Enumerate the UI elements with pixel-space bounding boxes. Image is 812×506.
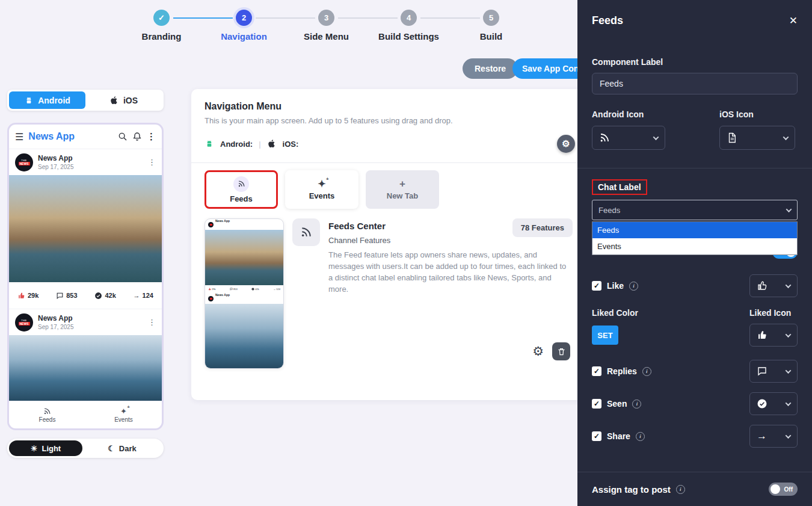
chevron-down-icon	[786, 282, 792, 288]
hamburger-menu-icon[interactable]: ☰	[15, 131, 23, 143]
assign-tag-toggle[interactable]: Off	[769, 483, 798, 496]
step-number: 5	[483, 10, 499, 26]
step-label: Build Settings	[378, 31, 439, 42]
check-icon: ✓	[594, 282, 600, 290]
chat-label-heading: Chat Label	[592, 179, 647, 195]
light-theme-button[interactable]: ☀ Light	[9, 440, 82, 456]
ios-toggle-label: iOS	[123, 96, 138, 105]
comment-icon	[757, 366, 767, 377]
search-icon[interactable]	[118, 132, 128, 141]
sparkle-icon: ✦+	[120, 407, 127, 415]
apple-icon	[109, 96, 119, 105]
phone-tab-feeds[interactable]: Feeds	[9, 401, 85, 428]
post-date: Sep 17, 2025	[38, 324, 74, 330]
post-kebab-icon[interactable]: ⋮	[148, 158, 156, 167]
mini-post-header: News App Sep 17, 2025	[205, 219, 283, 230]
post-header: THE NEWS News App Sep 17, 2025 ⋮	[9, 149, 162, 175]
feature-settings-button[interactable]: ⚙	[532, 344, 544, 359]
info-icon[interactable]: i	[636, 432, 645, 441]
step-branding[interactable]: ✓ Branding	[120, 7, 203, 42]
replies-checkbox[interactable]: ✓	[592, 366, 601, 376]
tab-new-tab[interactable]: + New Tab	[366, 170, 439, 209]
features-count-badge: 78 Features	[512, 218, 573, 237]
restore-button[interactable]: Restore	[463, 58, 518, 79]
chat-label-select[interactable]: Feeds	[592, 200, 798, 220]
kebab-menu-icon[interactable]: ⋮	[147, 131, 156, 142]
chevron-down-icon	[783, 134, 789, 140]
post-kebab-icon[interactable]: ⋮	[148, 318, 156, 327]
step-build[interactable]: 5 Build	[450, 7, 532, 42]
android-toggle-label: Android	[38, 96, 70, 105]
seen-count[interactable]: 42k	[94, 292, 115, 300]
trash-icon	[557, 347, 566, 356]
component-label-input[interactable]	[592, 73, 798, 94]
ios-toggle-button[interactable]: iOS	[85, 96, 162, 105]
mini-post-header: News App Sep 17, 2025	[205, 293, 283, 304]
app-builder-screen: ✓ Branding 2 Navigation 3 Side Menu 4 Bu…	[0, 0, 812, 506]
gear-icon: ⚙	[562, 138, 570, 149]
close-icon[interactable]: ✕	[789, 14, 798, 27]
mini-post-image-venice	[205, 230, 283, 285]
step-number: 3	[318, 10, 334, 26]
panel-header: Feeds ✕	[577, 0, 812, 27]
share-checkbox[interactable]: ✓	[592, 431, 601, 441]
mini-post-author: News App	[215, 293, 230, 297]
feature-delete-button[interactable]	[552, 342, 570, 360]
share-icon-dropdown[interactable]: →	[749, 425, 798, 448]
android-label: Android:	[220, 140, 253, 149]
like-count[interactable]: 29k	[17, 292, 38, 300]
toggle-off-label: Off	[784, 486, 793, 493]
divider: |	[259, 140, 260, 149]
step-side-menu[interactable]: 3 Side Menu	[285, 7, 368, 42]
sparkle-icon: ✦+	[318, 179, 325, 189]
android-toggle-button[interactable]: Android	[9, 91, 85, 109]
seen-count-value: 42k	[105, 292, 115, 299]
info-icon[interactable]: i	[629, 282, 638, 291]
info-icon[interactable]: i	[676, 485, 685, 494]
post-author: News App	[38, 314, 74, 324]
like-icon-dropdown[interactable]	[749, 274, 798, 297]
info-icon[interactable]: i	[632, 400, 641, 409]
check-icon: ✓	[594, 367, 600, 375]
document-icon	[727, 132, 737, 143]
thumb-up-icon	[17, 292, 25, 300]
seen-check-icon	[757, 398, 767, 409]
liked-icon-dropdown[interactable]	[749, 324, 798, 347]
seen-check-icon	[251, 288, 254, 291]
phone-tab-label: Events	[114, 416, 133, 423]
dark-theme-label: Dark	[119, 444, 137, 453]
thumb-up-icon	[208, 288, 211, 291]
seen-label: Seen	[607, 399, 627, 409]
comment-count[interactable]: 853	[56, 292, 77, 300]
avatar	[208, 296, 214, 301]
step-build-settings[interactable]: 4 Build Settings	[368, 7, 450, 42]
tab-feeds[interactable]: Feeds	[205, 170, 278, 209]
liked-color-label: Liked Color	[592, 308, 638, 318]
chat-option-events[interactable]: Events	[592, 238, 797, 255]
seen-icon-dropdown[interactable]	[749, 392, 798, 415]
share-label: Share	[607, 431, 630, 441]
share-count[interactable]: → 124	[134, 292, 153, 299]
like-option-row: ✓ Like i	[592, 274, 798, 297]
tab-events[interactable]: ✦+ Events	[285, 170, 358, 209]
like-label: Like	[607, 281, 624, 291]
android-icon-dropdown[interactable]	[592, 126, 665, 150]
replies-icon-dropdown[interactable]	[749, 360, 798, 383]
feeds-feature-icon	[292, 218, 320, 246]
like-checkbox[interactable]: ✓	[592, 281, 601, 291]
post-meta: News App Sep 17, 2025	[38, 314, 74, 330]
dark-theme-button[interactable]: ☾ Dark	[82, 444, 162, 453]
seen-checkbox[interactable]: ✓	[592, 399, 601, 409]
chevron-down-icon	[786, 332, 792, 338]
settings-gear-button[interactable]: ⚙	[557, 135, 575, 153]
ios-icon-dropdown[interactable]	[719, 126, 795, 150]
step-navigation[interactable]: 2 Navigation	[203, 7, 285, 42]
set-color-button[interactable]: SET	[592, 326, 618, 345]
bell-icon[interactable]	[132, 132, 142, 141]
phone-tab-events[interactable]: ✦+ Events	[85, 401, 162, 428]
thumb-up-icon	[757, 280, 767, 291]
moon-icon: ☾	[108, 444, 115, 453]
chat-option-feeds[interactable]: Feeds	[592, 222, 797, 238]
info-icon[interactable]: i	[642, 367, 651, 376]
android-icon-label: Android Icon	[592, 110, 644, 119]
